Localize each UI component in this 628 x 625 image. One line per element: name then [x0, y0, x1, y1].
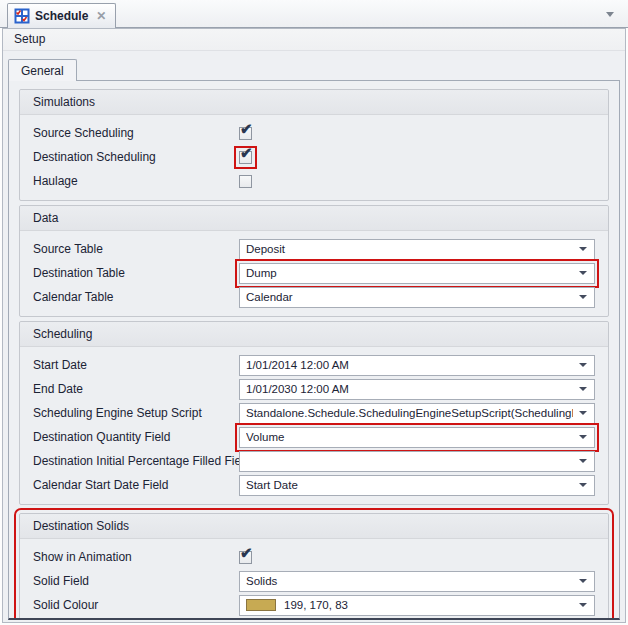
chevron-down-icon	[579, 411, 587, 415]
schedule-grid-icon	[14, 8, 30, 24]
chevron-down-icon	[579, 435, 587, 439]
dropdown-value: Start Date	[246, 479, 573, 491]
tab-general[interactable]: General	[8, 59, 77, 81]
field-control-calendar-start-date-field: Start Date	[239, 475, 595, 496]
field-control-scheduling-engine-setup-script: Standalone.Schedule.SchedulingEngineSetu…	[239, 403, 595, 424]
dropdown-solid-colour[interactable]: 199, 170, 83	[239, 595, 595, 616]
groups: SimulationsSource Scheduling✔Destination…	[19, 89, 609, 620]
dropdown-value: Calendar	[246, 291, 573, 303]
field-control-calendar-table: Calendar	[239, 287, 595, 308]
field-label-solid-field: Solid Field	[33, 574, 239, 588]
chevron-down-icon	[579, 579, 587, 583]
setup-caption: Setup	[3, 29, 625, 51]
checkmark-icon: ✔	[240, 545, 253, 560]
field-control-end-date: 1/01/2030 12:00 AM	[239, 379, 595, 400]
row-destination-scheduling: Destination Scheduling✔	[33, 145, 595, 169]
checkmark-icon: ✔	[240, 121, 253, 136]
dropdown-value: 199, 170, 83	[284, 599, 573, 611]
field-control-haulage	[239, 175, 595, 188]
dropdown-value: Deposit	[246, 243, 573, 255]
schedule-window: Schedule ✕ Setup General SimulationsSour…	[0, 0, 628, 625]
field-control-destination-table: Dump	[239, 263, 595, 284]
tab-title: Schedule	[35, 9, 88, 23]
field-control-destination-quantity-field: Volume	[239, 427, 595, 448]
row-destination-quantity-field: Destination Quantity FieldVolume	[33, 425, 595, 449]
checkbox-haulage[interactable]	[239, 175, 252, 188]
tab-general-label: General	[21, 64, 64, 78]
field-label-destination-initial-percentage-filled-field: Destination Initial Percentage Filled Fi…	[33, 454, 239, 468]
field-control-solid-field: Solids	[239, 571, 595, 592]
dropdown-end-date[interactable]: 1/01/2030 12:00 AM	[239, 379, 595, 400]
dropdown-destination-table[interactable]: Dump	[239, 263, 595, 284]
field-label-source-table: Source Table	[33, 242, 239, 256]
field-label-solid-colour: Solid Colour	[33, 598, 239, 612]
row-destination-table: Destination TableDump	[33, 261, 595, 285]
chevron-down-icon	[579, 363, 587, 367]
field-control-source-scheduling: ✔	[239, 127, 595, 140]
field-label-destination-table: Destination Table	[33, 266, 239, 280]
tab-list-dropdown-icon[interactable]	[606, 12, 614, 17]
dropdown-value: 1/01/2030 12:00 AM	[246, 383, 573, 395]
field-control-start-date: 1/01/2014 12:00 AM	[239, 355, 595, 376]
tabstrip: General	[3, 51, 625, 80]
dropdown-value: 1/01/2014 12:00 AM	[246, 359, 573, 371]
chevron-down-icon	[579, 483, 587, 487]
group-body-scheduling: Start Date1/01/2014 12:00 AMEnd Date1/01…	[20, 347, 608, 504]
dropdown-destination-quantity-field[interactable]: Volume	[239, 427, 595, 448]
group-title-data: Data	[20, 206, 608, 231]
checkmark-icon: ✔	[240, 145, 253, 160]
group-title-simulations: Simulations	[20, 90, 608, 115]
field-label-calendar-table: Calendar Table	[33, 290, 239, 304]
field-label-start-date: Start Date	[33, 358, 239, 372]
group-simulations: SimulationsSource Scheduling✔Destination…	[19, 89, 609, 201]
row-scheduling-engine-setup-script: Scheduling Engine Setup ScriptStandalone…	[33, 401, 595, 425]
chevron-down-icon	[579, 271, 587, 275]
field-control-show-in-animation: ✔	[239, 551, 595, 564]
dropdown-scheduling-engine-setup-script[interactable]: Standalone.Schedule.SchedulingEngineSetu…	[239, 403, 595, 424]
dropdown-value: Dump	[246, 267, 573, 279]
dropdown-value: Standalone.Schedule.SchedulingEngineSetu…	[246, 407, 573, 419]
row-start-date: Start Date1/01/2014 12:00 AM	[33, 353, 595, 377]
group-body-data: Source TableDepositDestination TableDump…	[20, 231, 608, 316]
dropdown-calendar-start-date-field[interactable]: Start Date	[239, 475, 595, 496]
checkbox-destination-scheduling[interactable]: ✔	[239, 151, 252, 164]
close-icon[interactable]: ✕	[96, 9, 106, 23]
document-tabbar: Schedule ✕	[0, 0, 628, 28]
group-destination-solids: Destination SolidsShow in Animation✔Soli…	[19, 513, 609, 620]
row-show-in-animation: Show in Animation✔	[33, 545, 595, 569]
general-page: SimulationsSource Scheduling✔Destination…	[8, 80, 620, 620]
row-source-table: Source TableDeposit	[33, 237, 595, 261]
chevron-down-icon	[579, 247, 587, 251]
dropdown-start-date[interactable]: 1/01/2014 12:00 AM	[239, 355, 595, 376]
group-title-destination-solids: Destination Solids	[20, 514, 608, 539]
dropdown-destination-initial-percentage-filled-field[interactable]	[239, 451, 595, 472]
field-control-destination-initial-percentage-filled-field	[239, 451, 595, 472]
row-calendar-table: Calendar TableCalendar	[33, 285, 595, 309]
dropdown-calendar-table[interactable]: Calendar	[239, 287, 595, 308]
row-destination-initial-percentage-filled-field: Destination Initial Percentage Filled Fi…	[33, 449, 595, 473]
checkbox-show-in-animation[interactable]: ✔	[239, 551, 252, 564]
field-label-calendar-start-date-field: Calendar Start Date Field	[33, 478, 239, 492]
field-control-source-table: Deposit	[239, 239, 595, 260]
chevron-down-icon	[579, 387, 587, 391]
group-title-scheduling: Scheduling	[20, 322, 608, 347]
field-label-scheduling-engine-setup-script: Scheduling Engine Setup Script	[33, 406, 239, 420]
dropdown-value: Volume	[246, 431, 573, 443]
group-body-simulations: Source Scheduling✔Destination Scheduling…	[20, 115, 608, 200]
dropdown-solid-field[interactable]: Solids	[239, 571, 595, 592]
chevron-down-icon	[579, 295, 587, 299]
group-data: DataSource TableDepositDestination Table…	[19, 205, 609, 317]
group-body-destination-solids: Show in Animation✔Solid FieldSolidsSolid…	[20, 539, 608, 620]
row-source-scheduling: Source Scheduling✔	[33, 121, 595, 145]
group-scheduling: SchedulingStart Date1/01/2014 12:00 AMEn…	[19, 321, 609, 505]
dropdown-source-table[interactable]: Deposit	[239, 239, 595, 260]
color-swatch	[246, 599, 276, 611]
field-control-destination-scheduling: ✔	[239, 151, 595, 164]
field-label-destination-scheduling: Destination Scheduling	[33, 150, 239, 164]
field-label-destination-quantity-field: Destination Quantity Field	[33, 430, 239, 444]
row-solid-field: Solid FieldSolids	[33, 569, 595, 593]
tab-schedule[interactable]: Schedule ✕	[7, 3, 116, 28]
setup-panel: Setup General SimulationsSource Scheduli…	[2, 28, 626, 623]
checkbox-source-scheduling[interactable]: ✔	[239, 127, 252, 140]
field-control-solid-colour: 199, 170, 83	[239, 595, 595, 616]
